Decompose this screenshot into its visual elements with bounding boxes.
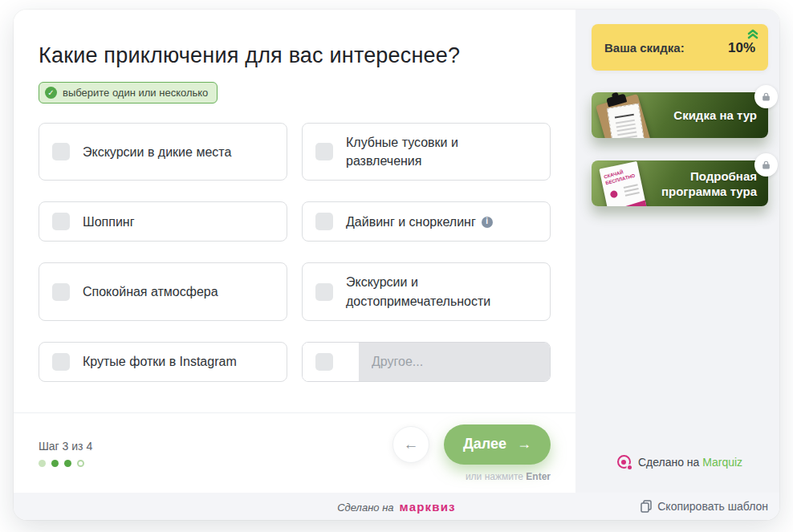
option-excursions-wild[interactable]: Экскурсии в дикие места xyxy=(39,123,287,181)
main-row: Какие приключения для вас интереснее? ✓ … xyxy=(14,10,779,493)
checkbox[interactable] xyxy=(315,143,333,160)
next-button[interactable]: Далее → xyxy=(444,424,551,465)
progress-dot xyxy=(51,460,59,467)
next-wrap: Далее → или нажмите Enter xyxy=(444,424,551,482)
option-calm-atmosphere[interactable]: Спокойная атмосфера xyxy=(39,262,287,320)
checkbox-zone xyxy=(303,343,346,381)
bonus-banners: Скидка на тур СКАЧАЙ БЕСПЛАТНО xyxy=(592,92,768,229)
markviz-wordmark: марквиз xyxy=(400,500,456,514)
bonus-banner-tour-program[interactable]: СКАЧАЙ БЕСПЛАТНО Подробная программа тур… xyxy=(592,160,768,206)
hint-label: выберите один или несколько xyxy=(63,87,208,99)
checkbox[interactable] xyxy=(52,283,70,301)
made-on-text: Сделано на Marquiz xyxy=(638,456,742,469)
marquiz-logo-icon xyxy=(617,455,631,469)
bonus-sidebar: Ваша скидка: 10% xyxy=(575,10,779,493)
step-label: Шаг 3 из 4 xyxy=(39,440,92,453)
copy-template-label: Скопировать шаблон xyxy=(657,500,768,513)
option-other[interactable] xyxy=(302,342,551,382)
banner-label: Подробная программа тура xyxy=(654,168,757,199)
info-icon[interactable]: i xyxy=(482,217,493,228)
arrow-left-icon: ← xyxy=(403,436,418,453)
next-label: Далее xyxy=(463,436,506,453)
nav-buttons: ← Далее → или нажмите Enter xyxy=(392,424,551,482)
banner-label: Скидка на тур xyxy=(673,108,757,124)
discount-box: Ваша скидка: 10% xyxy=(592,24,768,71)
check-circle-icon: ✓ xyxy=(45,87,57,99)
checkbox[interactable] xyxy=(52,213,70,230)
progress-dots xyxy=(39,460,92,467)
question-title: Какие приключения для вас интереснее? xyxy=(39,43,551,68)
option-label: Крутые фотки в Instagram xyxy=(83,352,237,371)
discount-label: Ваша скидка: xyxy=(604,41,685,55)
checkbox[interactable] xyxy=(315,353,333,371)
option-club-parties[interactable]: Клубные тусовки и развлечения xyxy=(302,123,551,181)
option-label: Экскурсии и достопримечательности xyxy=(346,273,537,310)
enter-hint: или нажмите Enter xyxy=(466,471,551,482)
checkbox[interactable] xyxy=(52,353,70,371)
option-label: Спокойная атмосфера xyxy=(83,282,218,301)
made-on-marquiz-link[interactable]: Сделано на Marquiz xyxy=(617,455,742,469)
double-chevron-up-icon xyxy=(747,29,758,39)
option-label: Экскурсии в дикие места xyxy=(83,143,231,161)
question-content: Какие приключения для вас интереснее? ✓ … xyxy=(14,10,575,412)
copy-template-button[interactable]: Скопировать шаблон xyxy=(640,500,768,513)
option-sights[interactable]: Экскурсии и достопримечательности xyxy=(302,262,551,320)
bonus-banner-tour-discount[interactable]: Скидка на тур xyxy=(592,92,768,138)
option-instagram-photos[interactable]: Крутые фотки в Instagram xyxy=(39,342,287,382)
options-grid: Экскурсии в дикие места Клубные тусовки … xyxy=(39,123,551,382)
hint-badge: ✓ выберите один или несколько xyxy=(39,82,218,104)
step-block: Шаг 3 из 4 xyxy=(39,440,92,467)
back-button[interactable]: ← xyxy=(392,426,429,463)
progress-dot xyxy=(39,460,46,467)
quiz-window: Какие приключения для вас интереснее? ✓ … xyxy=(14,10,779,520)
checkbox[interactable] xyxy=(315,213,333,230)
copy-icon xyxy=(640,500,652,513)
arrow-right-icon: → xyxy=(517,436,531,453)
lock-icon xyxy=(754,85,778,108)
other-input[interactable] xyxy=(359,343,550,381)
flyer-image: СКАЧАЙ БЕСПЛАТНО xyxy=(599,161,648,206)
enter-key: Enter xyxy=(526,471,551,482)
checkbox[interactable] xyxy=(52,143,70,160)
marquiz-brand: Marquiz xyxy=(702,456,742,469)
option-label: Дайвинг и сноркелингi xyxy=(346,213,493,231)
option-shopping[interactable]: Шоппинг xyxy=(39,201,287,242)
progress-dot xyxy=(77,460,84,467)
option-label: Шоппинг xyxy=(83,213,135,231)
progress-dot xyxy=(64,460,71,467)
clipboard-image xyxy=(596,94,653,138)
checkbox[interactable] xyxy=(315,283,333,301)
flyer-note: СКАЧАЙ БЕСПЛАТНО xyxy=(604,167,636,186)
question-footer: Шаг 3 из 4 ← Далее → xyxy=(14,413,575,493)
option-label: Клубные тусовки и развлечения xyxy=(346,133,537,170)
question-area: Какие приключения для вас интереснее? ✓ … xyxy=(14,10,575,493)
discount-value: 10% xyxy=(728,40,755,56)
lock-icon xyxy=(754,153,778,177)
bottom-bar: Сделано намарквиз Скопировать шаблон xyxy=(14,493,779,520)
option-diving[interactable]: Дайвинг и сноркелингi xyxy=(302,201,551,242)
